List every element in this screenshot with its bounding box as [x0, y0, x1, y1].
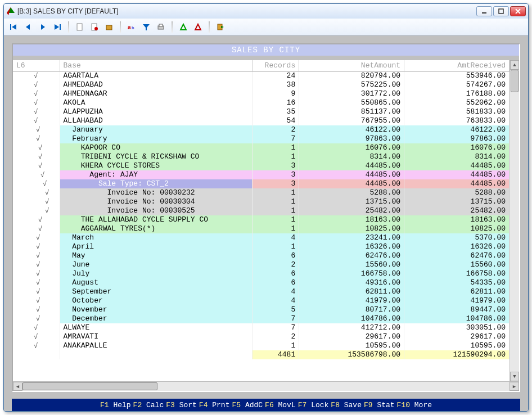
- table-row[interactable]: √ALAPPUZHA35851137.00581833.00: [13, 107, 510, 116]
- expand-tick[interactable]: √: [13, 206, 60, 215]
- scroll-down-icon[interactable]: ▼: [510, 372, 519, 381]
- data-grid[interactable]: L6 Base Records NetAmount AmtReceived √A…: [13, 60, 510, 381]
- table-row[interactable]: √ALLAHABAD54767955.00763833.00: [13, 116, 510, 125]
- hscroll-thumb[interactable]: [22, 382, 157, 390]
- expand-tick[interactable]: √: [13, 242, 60, 251]
- table-row[interactable]: √ALWAYE7412712.00303051.00: [13, 323, 510, 332]
- col-amt[interactable]: AmtReceived: [404, 60, 510, 71]
- table-row[interactable]: √AHMEDNAGAR9301772.00176188.00: [13, 89, 510, 98]
- expand-tick[interactable]: √: [13, 197, 60, 206]
- expand-tick[interactable]: √: [13, 341, 60, 350]
- expand-tick[interactable]: √: [13, 278, 60, 287]
- table-row[interactable]: √AMRAVATI229617.0029617.00: [13, 332, 510, 341]
- expand-tick[interactable]: √: [13, 224, 60, 233]
- col-base[interactable]: Base: [60, 60, 253, 71]
- expand-tick[interactable]: √: [13, 215, 60, 224]
- expand-tick[interactable]: √: [13, 161, 60, 170]
- doc-new-icon[interactable]: [74, 21, 86, 33]
- table-row[interactable]: √ Invoice No: 00030304113715.0013715.00: [13, 197, 510, 206]
- table-row[interactable]: √ April116326.0016326.00: [13, 242, 510, 251]
- expand-tick[interactable]: √: [13, 296, 60, 305]
- table-row[interactable]: √ January246122.0046122.00: [13, 125, 510, 134]
- expand-tick[interactable]: √: [13, 233, 60, 242]
- table-row[interactable]: √ KAPOOR CO116076.0016076.00: [13, 143, 510, 152]
- doc-box-icon[interactable]: [103, 21, 115, 33]
- nav-first-icon[interactable]: [7, 21, 20, 33]
- col-tick[interactable]: L6: [13, 60, 60, 71]
- fkey-f8[interactable]: F8 Save: [331, 401, 362, 409]
- scroll-right-icon[interactable]: ▶: [510, 382, 519, 391]
- table-row[interactable]: √ TRIBENI CYCLE & RICKSHAW CO18314.00831…: [13, 152, 510, 161]
- table-row[interactable]: √ Invoice No: 0003023215288.005288.00: [13, 188, 510, 197]
- table-row[interactable]: √AHMEDABAD38575225.00574267.00: [13, 80, 510, 89]
- fkey-f6[interactable]: F6 MovL: [265, 401, 296, 409]
- doc-open-icon[interactable]: [88, 21, 101, 33]
- expand-tick[interactable]: √: [13, 287, 60, 296]
- table-row[interactable]: √AKOLA16550865.00552062.00: [13, 98, 510, 107]
- nav-last-icon[interactable]: [51, 21, 64, 33]
- expand-tick[interactable]: √: [13, 188, 60, 197]
- fkey-f7[interactable]: F7 Lock: [298, 401, 329, 409]
- expand-tick[interactable]: √: [13, 116, 60, 125]
- nav-prev-icon[interactable]: [22, 21, 34, 33]
- table-row[interactable]: √ November580717.0089447.00: [13, 305, 510, 314]
- expand-tick[interactable]: √: [13, 269, 60, 278]
- print-icon[interactable]: [155, 21, 167, 33]
- expand-tick[interactable]: √: [13, 314, 60, 323]
- table-row[interactable]: √ June215560.0015560.00: [13, 260, 510, 269]
- expand-tick[interactable]: √: [13, 98, 60, 107]
- expand-tick[interactable]: √: [13, 179, 60, 188]
- expand-tick[interactable]: √: [13, 152, 60, 161]
- expand-tick[interactable]: √: [13, 323, 60, 332]
- fkey-f5[interactable]: F5 AddC: [232, 401, 263, 409]
- close-button[interactable]: [510, 6, 526, 16]
- table-row[interactable]: √ October441979.0041979.00: [13, 296, 510, 305]
- expand-tick[interactable]: √: [13, 251, 60, 260]
- scroll-left-icon[interactable]: ◀: [13, 382, 22, 391]
- expand-tick[interactable]: √: [13, 71, 60, 81]
- table-row[interactable]: √ May662476.0062476.00: [13, 251, 510, 260]
- vertical-scrollbar[interactable]: ▲ ▼: [510, 60, 519, 381]
- table-row[interactable]: √ Agent: AJAY344485.0044485.00: [13, 170, 510, 179]
- filter-az-icon[interactable]: ab: [125, 21, 138, 33]
- vscroll-thumb[interactable]: [511, 70, 519, 92]
- fkey-f3[interactable]: F3 Sort: [166, 401, 197, 409]
- shape-a2-icon[interactable]: [192, 21, 204, 33]
- expand-tick[interactable]: √: [13, 170, 60, 179]
- maximize-button[interactable]: [493, 6, 509, 16]
- expand-tick[interactable]: √: [13, 107, 60, 116]
- fkey-f9[interactable]: F9 Stat: [364, 401, 395, 409]
- table-row[interactable]: √ March423241.005370.00: [13, 233, 510, 242]
- fkey-f10[interactable]: F10 More: [397, 401, 432, 409]
- table-row[interactable]: √ December7104786.00104786.00: [13, 314, 510, 323]
- horizontal-scrollbar[interactable]: ◀ ▶: [13, 381, 519, 391]
- exit-icon[interactable]: [214, 21, 227, 33]
- nav-next-icon[interactable]: [37, 21, 49, 33]
- fkey-f4[interactable]: F4 Prnt: [199, 401, 230, 409]
- fkey-f2[interactable]: F2 Calc: [133, 401, 164, 409]
- expand-tick[interactable]: √: [13, 332, 60, 341]
- expand-tick[interactable]: √: [13, 134, 60, 143]
- shape-a-icon[interactable]: [177, 21, 190, 33]
- table-row[interactable]: √ THE ALLAHABAD CYCLE SUPPLY CO118163.00…: [13, 215, 510, 224]
- table-row[interactable]: √ KHERA CYCLE STORES344485.0044485.00: [13, 161, 510, 170]
- table-row[interactable]: √ Invoice No: 00030525125482.0025482.00: [13, 206, 510, 215]
- expand-tick[interactable]: √: [13, 80, 60, 89]
- expand-tick[interactable]: √: [13, 89, 60, 98]
- fkey-f1[interactable]: F1 Help: [100, 401, 131, 409]
- table-row[interactable]: √ July6166758.00166758.00: [13, 269, 510, 278]
- table-row[interactable]: √ANAKAPALLE110595.0010595.00: [13, 341, 510, 350]
- col-records[interactable]: Records: [253, 60, 299, 71]
- minimize-button[interactable]: [476, 6, 492, 16]
- table-row[interactable]: √ February797863.0097863.00: [13, 134, 510, 143]
- table-row[interactable]: √ Sale Type: CST_2344485.0044485.00: [13, 179, 510, 188]
- col-net[interactable]: NetAmount: [299, 60, 404, 71]
- table-row[interactable]: √ AGGARWAL TYRES(*)110825.0010825.00: [13, 224, 510, 233]
- expand-tick[interactable]: √: [13, 143, 60, 152]
- expand-tick[interactable]: √: [13, 305, 60, 314]
- scroll-up-icon[interactable]: ▲: [510, 60, 519, 70]
- expand-tick[interactable]: √: [13, 260, 60, 269]
- table-row[interactable]: √ August649316.0054335.00: [13, 278, 510, 287]
- table-row[interactable]: √ September462811.0062811.00: [13, 287, 510, 296]
- expand-tick[interactable]: √: [13, 125, 60, 134]
